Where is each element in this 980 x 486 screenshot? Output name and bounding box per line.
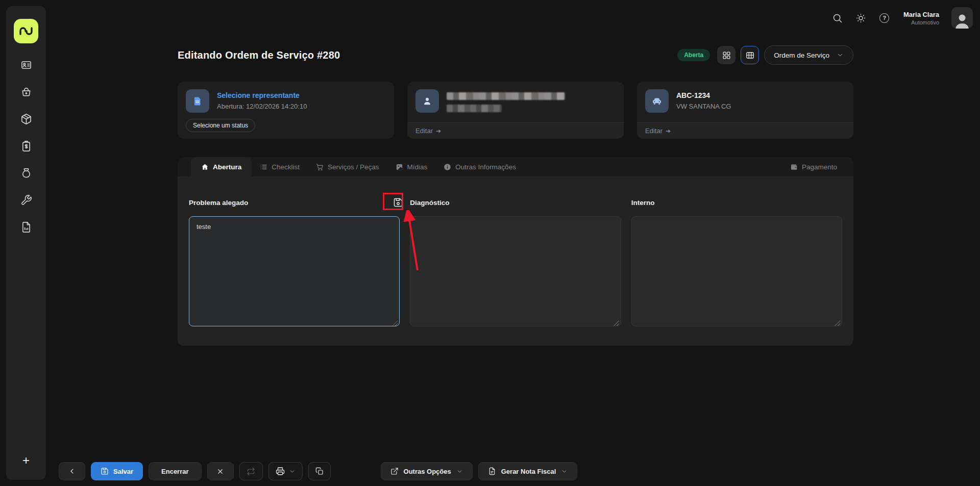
sidebar: + [6, 6, 46, 480]
tab-label: Serviços / Peças [328, 163, 379, 171]
person-icon [422, 95, 433, 107]
edit-arrow-icon: ➜ [436, 127, 441, 135]
reopen-button[interactable] [239, 462, 263, 480]
tab-abertura[interactable]: Abertura [191, 157, 252, 176]
printer-icon [276, 467, 285, 476]
order-panel: Abertura Checklist Serviços / Peças [178, 157, 853, 346]
table-view-button[interactable] [741, 46, 759, 64]
redacted-client-detail [447, 105, 502, 112]
invoice-file-icon [488, 467, 496, 475]
back-button[interactable] [59, 462, 85, 480]
sidebar-item-reports[interactable] [20, 221, 32, 233]
tab-servicos-pecas[interactable]: Serviços / Peças [308, 157, 387, 176]
tab-label: Mídias [407, 163, 428, 171]
app-logo[interactable] [14, 19, 38, 43]
select-status-button[interactable]: Selecione um status [186, 119, 255, 132]
tab-outras-informacoes[interactable]: Outras Informações [435, 157, 524, 176]
report-file-icon [20, 221, 32, 233]
header-controls: Aberta Ordem de Serviço [677, 45, 853, 65]
floppy-disk-icon [393, 197, 403, 208]
tab-label: Outras Informações [455, 163, 516, 171]
sidebar-item-finance[interactable] [20, 167, 32, 179]
other-options-button[interactable]: Outras Opções [381, 462, 473, 480]
save-field-icon[interactable] [389, 195, 407, 210]
avatar-person-icon [953, 12, 971, 29]
diagnosis-field-column: Diagnóstico [410, 196, 621, 346]
grid-icon [722, 50, 731, 60]
tab-label: Abertura [213, 163, 241, 171]
list-icon [260, 163, 267, 171]
vehicle-card: ABC-1234 VW SANTANA CG Editar ➜ [637, 82, 853, 139]
close-icon [216, 468, 224, 475]
external-link-icon [390, 467, 399, 475]
home-icon [201, 163, 209, 171]
wallet-icon [790, 163, 798, 171]
chevron-left-icon [68, 467, 76, 475]
duplicate-button[interactable] [308, 462, 331, 480]
file-icon [192, 95, 203, 107]
clipboard-dollar-icon [20, 140, 32, 152]
diagnosis-textarea-wrap [410, 216, 621, 328]
help-icon[interactable]: ? [879, 12, 890, 23]
grid-view-button[interactable] [717, 46, 736, 64]
problem-field-column: Problema alegado teste [189, 196, 400, 346]
internal-field-column: Interno [631, 196, 842, 346]
cart-icon [316, 163, 324, 171]
tab-label: Pagamento [802, 163, 837, 171]
user-role: Automotivo [903, 19, 939, 25]
person-icon-box [415, 89, 439, 113]
theme-toggle-sun-icon[interactable] [855, 12, 867, 23]
tab-midias[interactable]: Mídias [387, 157, 436, 176]
sidebar-item-service-orders[interactable] [20, 140, 32, 152]
repeat-icon [247, 467, 255, 476]
client-card-text [447, 89, 565, 112]
document-type-value: Ordem de Serviço [774, 52, 829, 59]
vehicle-card-head: ABC-1234 VW SANTANA CG [637, 82, 853, 113]
problem-label: Problema alegado [189, 199, 248, 207]
info-icon [444, 163, 451, 171]
vehicle-edit-link[interactable]: Editar ➜ [637, 122, 853, 139]
sidebar-item-contacts[interactable] [20, 59, 32, 71]
save-button[interactable]: Salvar [91, 462, 143, 480]
representative-card-head: Selecione representante Abertura: 12/02/… [178, 82, 394, 113]
tab-checklist[interactable]: Checklist [252, 157, 308, 176]
other-options-label: Outras Opções [404, 468, 451, 475]
sidebar-item-products[interactable] [20, 113, 32, 125]
logo-wave-icon [18, 23, 34, 39]
app-window: + ? Maria Clara Automotivo Editando Orde… [0, 0, 980, 486]
abertura-tab-content: Problema alegado teste Diag [178, 176, 853, 346]
diagnosis-textarea[interactable] [410, 216, 621, 326]
representative-card-text: Selecione representante Abertura: 12/02/… [217, 89, 307, 110]
car-icon [651, 95, 663, 107]
internal-textarea[interactable] [631, 216, 842, 326]
diagnosis-label: Diagnóstico [410, 199, 449, 207]
generate-invoice-label: Gerar Nota Fiscal [501, 468, 556, 475]
close-order-button[interactable]: Encerrar [149, 462, 201, 480]
document-icon-box [186, 89, 209, 113]
tab-pagamento[interactable]: Pagamento [782, 157, 845, 176]
image-icon [396, 163, 403, 171]
id-card-icon [20, 59, 32, 71]
problem-textarea[interactable]: teste [189, 216, 400, 326]
help-glyph: ? [879, 13, 889, 23]
sidebar-add-button[interactable]: + [22, 454, 30, 467]
user-name: Maria Clara [903, 11, 939, 18]
sidebar-item-sales[interactable] [20, 86, 32, 98]
document-type-dropdown[interactable]: Ordem de Serviço [764, 45, 853, 65]
generate-invoice-button[interactable]: Gerar Nota Fiscal [478, 462, 578, 480]
table-icon [745, 50, 755, 60]
select-representative-link[interactable]: Selecione representante [217, 91, 307, 99]
client-edit-link[interactable]: Editar ➜ [407, 122, 624, 139]
main-content: Editando Ordem de Serviço #280 Aberta Or… [178, 0, 853, 346]
client-card-head [407, 82, 624, 113]
save-label: Salvar [113, 468, 133, 475]
page-title: Editando Ordem de Serviço #280 [178, 49, 340, 61]
basket-icon [20, 86, 32, 98]
wrench-icon [20, 194, 32, 206]
sidebar-item-services[interactable] [20, 194, 32, 206]
internal-label: Interno [631, 199, 655, 207]
chevron-down-icon [456, 468, 463, 475]
print-button[interactable] [268, 462, 303, 480]
cancel-button[interactable] [207, 462, 234, 480]
avatar[interactable] [951, 7, 973, 29]
